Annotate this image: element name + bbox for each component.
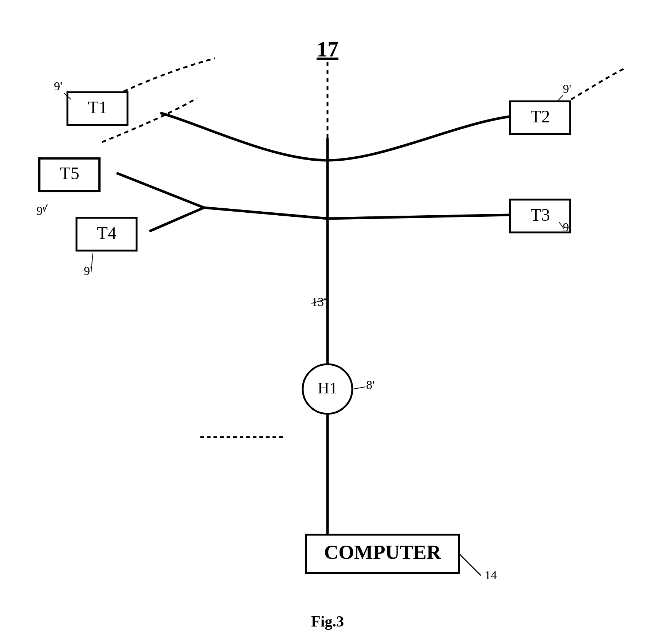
computer-label: COMPUTER xyxy=(324,541,442,563)
branch-t4 xyxy=(149,208,204,231)
ref-8prime: 8' xyxy=(366,378,374,392)
ref-13prime: 13' xyxy=(311,295,326,309)
diagram-title: 17 xyxy=(317,37,338,61)
ref-14: 14 xyxy=(485,568,497,582)
ref-9prime-t3: 9' xyxy=(563,220,571,234)
branch-t5 xyxy=(117,173,204,208)
ref-9prime-t2: 9' xyxy=(563,82,571,95)
ref-line-14 xyxy=(459,554,481,576)
t1-label: T1 xyxy=(88,98,107,117)
ref-9prime-t5: 9' xyxy=(36,204,45,217)
t5-label: T5 xyxy=(60,164,79,183)
branch-t2 xyxy=(328,117,510,160)
t2-label: T2 xyxy=(530,107,550,126)
branch-t1 xyxy=(160,113,328,160)
t3-label: T3 xyxy=(530,205,550,224)
h1-label: H1 xyxy=(318,379,337,397)
t4-label: T4 xyxy=(97,223,116,243)
ref-line-8 xyxy=(353,387,365,389)
diagram-container: 17 H1 COMPUTE xyxy=(0,0,655,644)
branch-t3 xyxy=(328,215,510,219)
branch-left-main xyxy=(204,208,328,219)
ref-9prime-t1: 9' xyxy=(54,79,62,93)
diagram-svg: 17 H1 COMPUTE xyxy=(0,0,655,644)
figure-label: Fig.3 xyxy=(311,613,344,630)
